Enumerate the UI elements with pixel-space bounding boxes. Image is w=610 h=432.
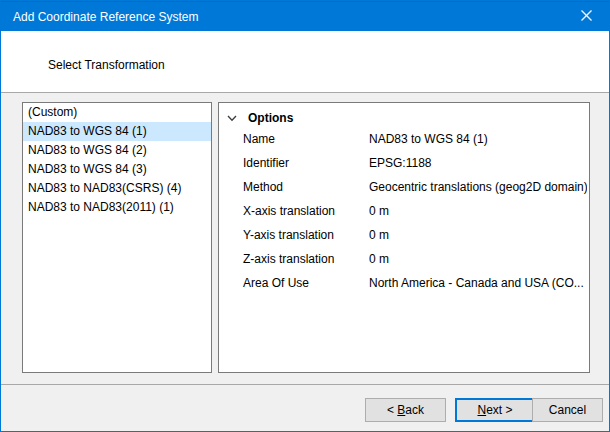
list-item[interactable]: NAD83 to WGS 84 (3) [23, 160, 211, 179]
option-row-name: Name NAD83 to WGS 84 (1) [219, 127, 589, 151]
options-title: Options [248, 111, 293, 125]
next-button[interactable]: Next > [455, 398, 535, 422]
option-label: X-axis translation [243, 199, 335, 223]
option-value: 0 m [369, 199, 587, 223]
option-row-x-translation: X-axis translation 0 m [219, 199, 589, 223]
option-row-area-of-use: Area Of Use North America - Canada and U… [219, 271, 589, 295]
option-label: Y-axis translation [243, 223, 334, 247]
option-label: Name [243, 127, 275, 151]
option-label: Identifier [243, 151, 289, 175]
list-item-custom[interactable]: (Custom) [23, 103, 211, 122]
wizard-step-title: Select Transformation [48, 58, 165, 72]
option-value: EPSG:1188 [369, 151, 587, 175]
main-content: (Custom) NAD83 to WGS 84 (1) NAD83 to WG… [1, 93, 609, 384]
close-icon [581, 10, 592, 24]
option-row-method: Method Geocentric translations (geog2D d… [219, 175, 589, 199]
close-button[interactable] [564, 2, 609, 32]
transformation-list[interactable]: (Custom) NAD83 to WGS 84 (1) NAD83 to WG… [22, 102, 212, 373]
cancel-button-label: Cancel [549, 403, 586, 417]
options-group-header[interactable]: Options [219, 103, 589, 127]
title-bar: Add Coordinate Reference System [1, 1, 609, 31]
option-value: North America - Canada and USA (CO... [369, 271, 587, 295]
chevron-down-icon [226, 112, 238, 124]
option-row-z-translation: Z-axis translation 0 m [219, 247, 589, 271]
wizard-header: Select Transformation [1, 31, 609, 92]
list-item-selected[interactable]: NAD83 to WGS 84 (1) [23, 122, 211, 141]
option-label: Z-axis translation [243, 247, 334, 271]
options-panel: Options Name NAD83 to WGS 84 (1) Identif… [218, 102, 590, 373]
add-crs-dialog: Add Coordinate Reference System Select T… [0, 0, 610, 432]
next-button-label: Next > [477, 403, 512, 417]
back-button-label: < Back [387, 403, 424, 417]
list-item[interactable]: NAD83 to WGS 84 (2) [23, 141, 211, 160]
cancel-button[interactable]: Cancel [532, 398, 603, 422]
list-item[interactable]: NAD83 to NAD83(2011) (1) [23, 198, 211, 217]
back-button[interactable]: < Back [365, 398, 446, 422]
option-value: Geocentric translations (geog2D domain) [369, 175, 587, 199]
option-label: Area Of Use [243, 271, 309, 295]
option-value: 0 m [369, 247, 587, 271]
option-value: NAD83 to WGS 84 (1) [369, 127, 587, 151]
option-label: Method [243, 175, 283, 199]
window-title: Add Coordinate Reference System [1, 10, 198, 24]
list-item[interactable]: NAD83 to NAD83(CSRS) (4) [23, 179, 211, 198]
option-row-identifier: Identifier EPSG:1188 [219, 151, 589, 175]
footer: < Back Next > Cancel [1, 385, 609, 431]
option-value: 0 m [369, 223, 587, 247]
option-row-y-translation: Y-axis translation 0 m [219, 223, 589, 247]
